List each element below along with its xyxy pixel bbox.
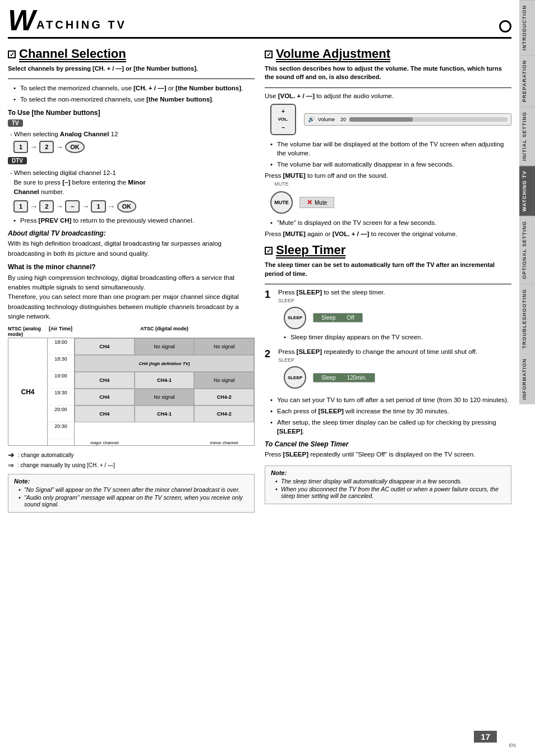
d-ch-btn-2: 2: [39, 200, 54, 213]
d-r3-c1: CH4: [75, 372, 135, 389]
page-title-rest: ATCHING TV: [36, 19, 127, 35]
sleep-btn-2-label: SLEEP: [288, 375, 302, 380]
channel-selection-header: Channel Selection: [8, 47, 255, 62]
volume-speaker-icon: 🔊: [308, 116, 315, 122]
channel-selection-column: Channel Selection Select channels by pre…: [8, 47, 255, 513]
d-ch-btn-1b: 1: [91, 200, 105, 213]
sidebar-tab-preparation[interactable]: PREPARATION: [519, 55, 535, 107]
d-r6-c1: [75, 422, 135, 439]
sleep-step-1-text: Press [SLEEP] to set the sleep timer.: [278, 289, 511, 296]
col-label-mid: [135, 440, 195, 445]
sleep-screen-2-text2: 120min.: [347, 375, 367, 381]
press-mute-text: Press [MUTE] to turn off and on the soun…: [265, 172, 511, 179]
mute-label-top: MUTE: [270, 181, 293, 187]
time-2000: 20:00: [48, 405, 74, 422]
page-number: 17: [474, 731, 497, 743]
minor-channel-heading: What is the minor channel?: [8, 263, 255, 271]
volume-bar-area: 🔊 Volume 20: [304, 113, 511, 126]
sleep-step-1-bullet: Sleep timer display appears on the TV sc…: [284, 333, 511, 342]
sleep-label-1: SLEEP: [278, 298, 511, 303]
mute-area: MUTE ✕ Mute: [270, 191, 511, 214]
recover-volume-text: Press [MUTE] again or [VOL. + / —] to re…: [265, 231, 511, 237]
volume-bar-container: 🔊 Volume 20: [304, 113, 511, 126]
ch-btn-ok: OK: [65, 141, 85, 153]
mute-bullet: "Mute" is displayed on the TV screen for…: [270, 218, 511, 227]
sleep-note-box: Note: The sleep timer display will autom…: [265, 465, 511, 504]
volume-bullet-2: The volume bar will automatically disapp…: [270, 160, 511, 169]
sidebar-tab-introduction[interactable]: INTRODUCTION: [519, 0, 535, 55]
channel-bullet-2: To select the non-memorized channels, us…: [13, 95, 255, 104]
legend-manual-text: : change manually by using [CH. + / —]: [17, 462, 115, 468]
d-ch-btn-dash: –: [65, 200, 80, 213]
sleep-step-2-text: Press [SLEEP] repeatedly to change the a…: [278, 348, 511, 355]
channel-selection-subtitle: Select channels by pressing [CH. + / —] …: [8, 64, 255, 73]
d-r1-c1: CH4: [75, 338, 135, 355]
sleep-bullet-2: Each press of [SLEEP] will increase the …: [270, 407, 511, 416]
sleep-step-1-bullets: Sleep timer display appears on the TV sc…: [278, 333, 511, 342]
cancel-sleep-text: Press [SLEEP] repeatedly until "Sleep Of…: [265, 450, 511, 459]
time-1830: 18:30: [48, 355, 74, 372]
sleep-note-title: Note:: [271, 469, 505, 476]
page-number-area: 17 EN: [509, 741, 516, 748]
chart-time-slots: 18:00 18:30 19:00 19:30 20:00 20:30: [48, 338, 74, 439]
d-arrow-2: →: [56, 202, 63, 211]
sleep-bullet-3: After setup, the sleep timer display can…: [270, 418, 511, 436]
sleep-step-1-num: 1: [265, 289, 274, 301]
legend-auto: ➜ : change automatically: [8, 450, 255, 459]
chart-ntsc-body: CH4: [8, 338, 47, 445]
sleep-step2-bullets: You can set your TV to turn off after a …: [265, 395, 511, 436]
vol-minus-icon: –: [282, 125, 285, 131]
mute-x-icon: ✕: [307, 199, 312, 206]
about-digital-text: With its high definition broadcast, digi…: [8, 239, 255, 259]
time-1900: 19:00: [48, 372, 74, 389]
main-content: W ATCHING TV Channel Selection Select ch…: [0, 0, 519, 520]
col-label-major: major channel: [75, 440, 135, 445]
dtv-badge-container: DTV: [8, 156, 255, 167]
d-ch-btn-1: 1: [13, 200, 28, 213]
sidebar-tab-troubleshooting[interactable]: TROUBLESHOOTING: [519, 284, 535, 353]
time-1930: 19:30: [48, 389, 74, 405]
d-r4-c3: CH4-2: [194, 389, 254, 405]
sleep-btn-1-label: SLEEP: [288, 315, 302, 320]
sidebar-tab-information[interactable]: INFORMATION: [519, 353, 535, 404]
page-title-bar: W ATCHING TV: [8, 6, 511, 39]
sidebar-tab-initial-setting[interactable]: INITIAL SETTING: [519, 107, 535, 165]
page-title-w: W: [8, 6, 35, 35]
channel-selection-title: Channel Selection: [19, 47, 126, 62]
about-digital-heading: About digital TV broadcasting:: [8, 229, 255, 237]
d-r5-c2: CH4-1: [135, 405, 195, 422]
sleep-note-list: The sleep timer display will automatical…: [271, 478, 505, 499]
sleep-screen-2-text1: Sleep: [321, 375, 336, 381]
volume-bar: [349, 117, 508, 122]
d-r2: CH4 (high definition TV): [75, 355, 254, 372]
sleep-note-2: When you disconnect the TV from the AC o…: [275, 486, 505, 499]
chart-ch4: CH4: [21, 388, 34, 396]
d-r3-c3: No signal: [194, 372, 254, 389]
sleep-step-1-content: Press [SLEEP] to set the sleep timer. SL…: [278, 289, 511, 345]
legend-auto-text: : change automatically: [18, 452, 74, 458]
sleep-step-2-num: 2: [265, 348, 274, 361]
tv-badge: TV: [8, 119, 255, 129]
channel-chart: NTSC (analog mode) [Air Time] ATSC (digi…: [8, 326, 255, 446]
vol-number: 20: [340, 117, 346, 122]
channel-selection-divider: [8, 79, 255, 79]
sidebar-tab-watching-tv[interactable]: WATCHING TV: [519, 165, 535, 216]
chart-atsc-label: ATSC (digital mode): [74, 326, 255, 337]
volume-section: Volume Adjustment This section describes…: [265, 47, 511, 237]
d-arrow-3: →: [81, 202, 89, 211]
d-r3-c2: CH4-1: [135, 372, 195, 389]
chart-time-label: [Air Time]: [47, 326, 74, 337]
sleep-timer-section: Sleep Timer The sleep timer can be set t…: [265, 243, 511, 504]
d-r6-c2: [135, 422, 195, 439]
sidebar: INTRODUCTION PREPARATION INITIAL SETTING…: [519, 0, 535, 756]
mute-screen: ✕ Mute: [299, 197, 334, 208]
prev-ch-bullet: Press [PREV CH] to return to the previou…: [13, 216, 255, 225]
channel-bullet-1: To select the memorized channels, use [C…: [13, 84, 255, 93]
chart-time-col: 18:00 18:30 19:00 19:30 20:00 20:30: [48, 338, 75, 445]
sleep-step-2: 2 Press [SLEEP] repeatedly to change the…: [265, 348, 511, 392]
volume-bar-fill: [349, 117, 413, 122]
tv-badge-label: TV: [8, 119, 23, 127]
d-arrow-4: →: [108, 202, 116, 211]
sleep-divider: [265, 284, 511, 284]
sidebar-tab-optional-setting[interactable]: OPTIONAL SETTING: [519, 216, 535, 284]
